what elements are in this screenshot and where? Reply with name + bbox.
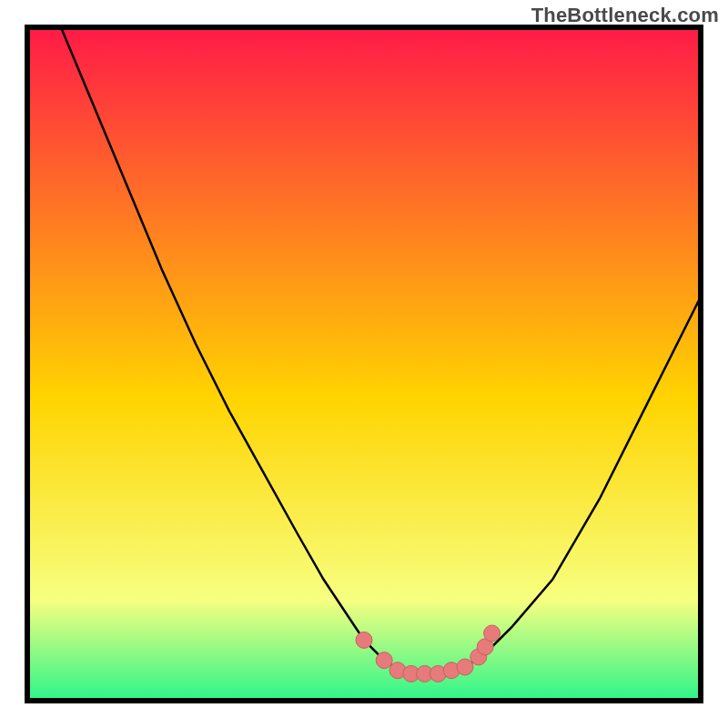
curve-marker [457,659,473,675]
plot-background [27,27,701,701]
curve-marker [376,652,392,669]
watermark-text: TheBottleneck.com [531,4,719,27]
bottleneck-chart [0,0,728,728]
chart-stage: TheBottleneck.com [0,0,728,728]
curve-marker [356,632,372,648]
curve-marker [484,625,500,642]
